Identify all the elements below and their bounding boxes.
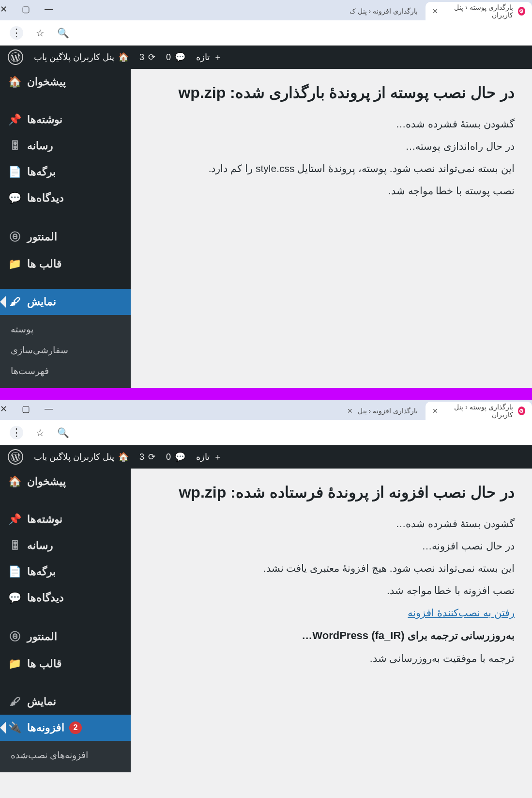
close-window-icon[interactable]: ✕ <box>0 4 7 15</box>
new-label: تازه <box>196 52 210 63</box>
error-line: نصب افزونه با خطا مواجه شد. <box>148 585 515 596</box>
menu-item-folder[interactable]: قالب ها📁 <box>0 251 131 277</box>
adminbar-new[interactable]: ＋ تازه <box>196 51 222 63</box>
title-bar: ⚙ بارگذاری پوسته ‹ پنل کاربران ✕ بارگذار… <box>0 400 532 420</box>
site-name: پنل کاربران پلاگین یاب <box>34 452 114 462</box>
page-title: در حال نصب پوسته از پروندهٔ بارگذاری شده… <box>148 83 515 102</box>
close-icon[interactable]: ✕ <box>432 407 438 415</box>
status-line: ترجمه با موفقیت به‌روزرسانی شد. <box>148 653 515 664</box>
browser-tab-inactive[interactable]: بارگذاری افزونه ‹ پنل ✕ <box>340 402 425 420</box>
close-icon[interactable]: ✕ <box>432 7 438 15</box>
pages-icon: 📄 <box>9 565 21 578</box>
pin-icon: 📌 <box>9 113 21 126</box>
new-label: تازه <box>196 452 210 462</box>
menu-item-brush[interactable]: نمایش🖌 <box>0 688 131 715</box>
elementor-icon: ⓔ <box>9 629 21 644</box>
menu-label: نوشته‌ها <box>27 513 62 526</box>
submenu-item[interactable]: افزونه‌های نصب‌شده <box>0 745 131 766</box>
menu-separator <box>0 611 131 623</box>
adminbar-comments[interactable]: 💬 0 <box>166 52 185 63</box>
window-controls: — ▢ ✕ <box>0 404 65 420</box>
menu-label: المنتور <box>27 630 57 643</box>
menu-icon[interactable]: ⋮ <box>10 26 23 40</box>
menu-item-pin[interactable]: نوشته‌ها📌 <box>0 506 131 532</box>
folder-icon: 📁 <box>9 657 21 670</box>
submenu-item[interactable]: سفارشی‌سازی <box>0 340 131 360</box>
minimize-icon[interactable]: — <box>45 4 53 15</box>
star-icon[interactable]: ☆ <box>36 27 45 39</box>
status-line: گشودن بستهٔ فشرده شده… <box>148 518 515 530</box>
wp-adminbar: 🏠 پنل کاربران پلاگین یاب ⟳ 3 💬 0 ＋ تازه <box>0 46 532 69</box>
star-icon[interactable]: ☆ <box>36 427 45 438</box>
tab-title: بارگذاری پوسته ‹ پنل کاربران <box>443 403 513 419</box>
tab-title: بارگذاری افزونه ‹ پنل ک <box>350 7 418 15</box>
menu-item-media[interactable]: رسانه🎛 <box>0 133 131 159</box>
menu-item-elementor[interactable]: المنتورⓔ <box>0 223 131 251</box>
status-line: گشودن بستهٔ فشرده شده… <box>148 118 515 130</box>
site-name: پنل کاربران پلاگین یاب <box>34 52 114 63</box>
menu-label: رسانه <box>27 140 53 152</box>
menu-item-pin[interactable]: نوشته‌ها📌 <box>0 107 131 133</box>
error-line: نصب پوسته با خطا مواجه شد. <box>148 185 515 197</box>
menu-icon[interactable]: ⋮ <box>10 426 23 439</box>
plus-icon: ＋ <box>213 51 222 63</box>
menu-item-plug[interactable]: 2افزونه‌ها🔌 <box>0 715 131 741</box>
menu-label: نوشته‌ها <box>27 113 62 126</box>
maximize-icon[interactable]: ▢ <box>22 404 30 414</box>
menu-item-dashboard[interactable]: پیشخوان🏠 <box>0 469 131 495</box>
adminbar-site[interactable]: 🏠 پنل کاربران پلاگین یاب <box>34 452 129 462</box>
zoom-icon[interactable]: 🔍 <box>57 427 69 438</box>
menu-separator <box>0 495 131 506</box>
menu-item-pages[interactable]: برگه‌ها📄 <box>0 159 131 185</box>
adminbar-updates[interactable]: ⟳ 3 <box>139 452 155 462</box>
browser-tabs: ⚙ بارگذاری پوسته ‹ پنل کاربران ✕ بارگذار… <box>339 400 532 420</box>
wordpress-logo-icon[interactable] <box>8 49 23 65</box>
menu-item-comments[interactable]: دیدگاه‌ها💬 <box>0 585 131 611</box>
browser-tab-active[interactable]: ⚙ بارگذاری پوسته ‹ پنل کاربران ✕ <box>426 402 532 420</box>
adminbar-site[interactable]: 🏠 پنل کاربران پلاگین یاب <box>34 52 129 63</box>
plus-icon: ＋ <box>213 451 222 463</box>
menu-item-pages[interactable]: برگه‌ها📄 <box>0 559 131 585</box>
wordpress-logo-icon[interactable] <box>8 449 23 465</box>
close-icon[interactable]: ✕ <box>347 407 353 415</box>
submenu-item[interactable]: فهرست‌ها <box>0 360 131 381</box>
wp-sidebar: پیشخوان🏠نوشته‌ها📌رسانه🎛برگه‌ها📄دیدگاه‌ها… <box>0 469 131 772</box>
media-icon: 🎛 <box>9 539 21 552</box>
title-bar: ⚙ بارگذاری پوسته ‹ پنل کاربران ✕ بارگذار… <box>0 0 532 20</box>
menu-item-elementor[interactable]: المنتورⓔ <box>0 623 131 651</box>
window-controls: — ▢ ✕ <box>0 4 65 20</box>
browser-toolbar: 🔍 ☆ ⋮ <box>0 420 532 445</box>
browser-toolbar: 🔍 ☆ ⋮ <box>0 20 532 46</box>
minimize-icon[interactable]: — <box>45 404 53 414</box>
submenu-item[interactable]: پوسته <box>0 319 131 340</box>
gear-icon: ⚙ <box>518 407 525 415</box>
menu-item-folder[interactable]: قالب ها📁 <box>0 651 131 677</box>
elementor-icon: ⓔ <box>9 230 21 244</box>
adminbar-updates[interactable]: ⟳ 3 <box>139 52 155 63</box>
update-badge: 2 <box>69 721 82 734</box>
browser-window-top: ⚙ بارگذاری پوسته ‹ پنل کاربران ✕ بارگذار… <box>0 0 532 388</box>
menu-item-dashboard[interactable]: پیشخوان🏠 <box>0 69 131 95</box>
adminbar-comments[interactable]: 💬 0 <box>166 452 185 462</box>
maximize-icon[interactable]: ▢ <box>22 4 30 15</box>
zoom-icon[interactable]: 🔍 <box>57 27 69 39</box>
home-icon: 🏠 <box>118 52 129 63</box>
menu-separator <box>0 677 131 688</box>
media-icon: 🎛 <box>9 140 21 152</box>
go-to-installer-link[interactable]: رفتن به نصب‌کنندهٔ افزونه <box>148 607 515 619</box>
menu-item-brush[interactable]: نمایش🖌 <box>0 289 131 315</box>
menu-label: نمایش <box>27 695 56 708</box>
menu-label: نمایش <box>27 296 56 308</box>
comments-icon: 💬 <box>9 592 21 604</box>
browser-window-bottom: ⚙ بارگذاری پوسته ‹ پنل کاربران ✕ بارگذار… <box>0 400 532 772</box>
adminbar-new[interactable]: ＋ تازه <box>196 451 222 463</box>
menu-item-media[interactable]: رسانه🎛 <box>0 532 131 559</box>
close-window-icon[interactable]: ✕ <box>0 404 7 414</box>
browser-tab-inactive[interactable]: بارگذاری افزونه ‹ پنل ک <box>343 2 425 20</box>
menu-item-comments[interactable]: دیدگاه‌ها💬 <box>0 185 131 211</box>
wp-sidebar: پیشخوان🏠نوشته‌ها📌رسانه🎛برگه‌ها📄دیدگاه‌ها… <box>0 69 131 388</box>
menu-label: رسانه <box>27 539 53 552</box>
gear-icon: ⚙ <box>518 7 525 16</box>
menu-label: افزونه‌ها <box>27 721 64 734</box>
browser-tab-active[interactable]: ⚙ بارگذاری پوسته ‹ پنل کاربران ✕ <box>426 2 532 20</box>
